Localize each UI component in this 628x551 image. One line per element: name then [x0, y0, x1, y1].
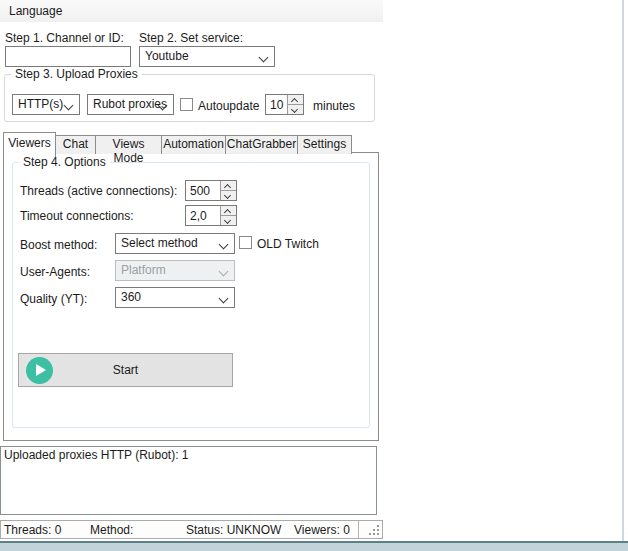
proxy-source-value: Rubot proxies: [93, 97, 167, 111]
autoupdate-interval-stepper[interactable]: 10: [265, 94, 304, 115]
chevron-down-icon: [219, 294, 229, 304]
service-select[interactable]: Youtube: [139, 46, 275, 67]
old-twitch-checkbox[interactable]: [239, 236, 252, 249]
status-status: Status: UNKNOW: [186, 523, 281, 537]
spin-up-button[interactable]: [221, 206, 236, 215]
log-output[interactable]: Uploaded proxies HTTP (Rubot): 1: [0, 446, 377, 515]
status-method: Method:: [90, 523, 133, 537]
status-bar: Threads: 0 Method: Status: UNKNOW Viewer…: [0, 520, 383, 539]
timeout-value: 2,0: [186, 206, 220, 225]
spin-down-button[interactable]: [221, 190, 236, 200]
spin-down-icon: [224, 192, 231, 199]
spin-down-button[interactable]: [288, 104, 303, 114]
old-twitch-label: OLD Twitch: [257, 237, 319, 251]
right-edge-line: [622, 0, 624, 551]
user-agents-value: Platform: [121, 263, 166, 277]
log-line: Uploaded proxies HTTP (Rubot): 1: [4, 448, 373, 462]
resize-grip-cell: [358, 521, 382, 538]
start-button[interactable]: Start: [18, 353, 233, 387]
threads-value: 500: [186, 181, 220, 200]
boost-method-value: Select method: [121, 236, 198, 250]
options-group-title: Step 4. Options: [19, 155, 110, 169]
chevron-down-icon: [64, 101, 74, 111]
proxy-protocol-value: HTTP(s): [18, 97, 63, 111]
boost-method-select[interactable]: Select method: [115, 233, 235, 254]
spin-down-icon: [291, 106, 298, 113]
tab-settings[interactable]: Settings: [297, 135, 352, 154]
tab-views-mode[interactable]: Views Mode: [95, 135, 162, 154]
status-threads: Threads: 0: [4, 523, 61, 537]
service-select-value: Youtube: [145, 49, 189, 63]
tab-viewers[interactable]: Viewers: [3, 132, 56, 157]
start-button-label: Start: [113, 363, 138, 377]
upload-proxies-group-title: Step 3. Upload Proxies: [11, 67, 142, 81]
boost-method-label: Boost method:: [20, 238, 97, 252]
spin-up-button[interactable]: [288, 95, 303, 104]
tab-automation[interactable]: Automation: [161, 135, 226, 154]
resize-grip[interactable]: [369, 525, 379, 535]
threads-stepper[interactable]: 500: [185, 180, 237, 201]
spin-up-button[interactable]: [221, 181, 236, 190]
menu-bar: Language: [0, 0, 383, 22]
app-window: Language Step 1. Channel or ID: Step 2. …: [0, 0, 628, 551]
chevron-down-icon: [259, 53, 269, 63]
timeout-label: Timeout connections:: [20, 209, 134, 223]
quality-value: 360: [121, 290, 141, 304]
proxy-source-select[interactable]: Rubot proxies: [87, 94, 174, 115]
quality-select[interactable]: 360: [115, 287, 235, 308]
step1-label: Step 1. Channel or ID:: [5, 31, 124, 45]
quality-label: Quality (YT):: [20, 292, 87, 306]
spin-down-icon: [224, 217, 231, 224]
proxy-protocol-select[interactable]: HTTP(s): [12, 94, 80, 115]
menu-item-language[interactable]: Language: [0, 0, 71, 22]
spin-down-button[interactable]: [221, 215, 236, 225]
autoupdate-interval-value: 10: [266, 95, 287, 114]
play-icon: [26, 357, 53, 384]
autoupdate-label: Autoupdate: [198, 99, 259, 113]
tab-chatgrabber[interactable]: ChatGrabber: [225, 135, 298, 154]
step2-label: Step 2. Set service:: [139, 31, 243, 45]
status-viewers: Viewers: 0: [294, 523, 350, 537]
channel-input[interactable]: [5, 46, 131, 67]
chevron-down-icon: [219, 240, 229, 250]
threads-label: Threads (active connections):: [20, 184, 177, 198]
chevron-down-icon: [219, 267, 229, 277]
tab-chat[interactable]: Chat: [55, 135, 96, 154]
user-agents-select[interactable]: Platform: [115, 260, 235, 281]
timeout-stepper[interactable]: 2,0: [185, 205, 237, 226]
bottom-window-band: [0, 543, 628, 551]
autoupdate-checkbox[interactable]: [180, 98, 193, 111]
minutes-label: minutes: [313, 99, 355, 113]
user-agents-label: User-Agents:: [20, 265, 90, 279]
